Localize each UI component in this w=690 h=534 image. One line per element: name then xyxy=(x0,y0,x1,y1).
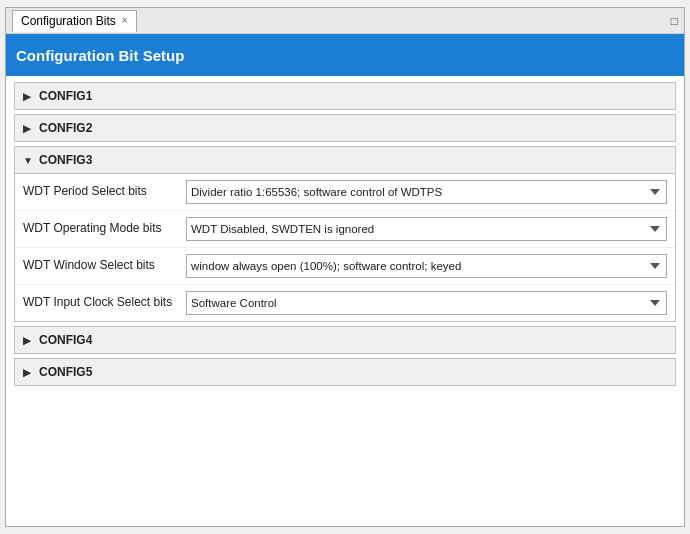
tab-label: Configuration Bits xyxy=(21,14,116,28)
config-bits-tab[interactable]: Configuration Bits × xyxy=(12,10,137,32)
content-area: ▶CONFIG1▶CONFIG2▼CONFIG3WDT Period Selec… xyxy=(6,76,684,526)
config-select-2-3[interactable]: Software Control xyxy=(186,291,667,315)
section-label-config1: CONFIG1 xyxy=(39,89,92,103)
section-label-config3: CONFIG3 xyxy=(39,153,92,167)
config-label-2-0: WDT Period Select bits xyxy=(23,184,178,200)
section-header-config4[interactable]: ▶CONFIG4 xyxy=(15,327,675,353)
config-select-2-1[interactable]: WDT Disabled, SWDTEN is ignored xyxy=(186,217,667,241)
section-header-config5[interactable]: ▶CONFIG5 xyxy=(15,359,675,385)
section-arrow-config4: ▶ xyxy=(23,335,33,346)
section-label-config2: CONFIG2 xyxy=(39,121,92,135)
config-label-2-3: WDT Input Clock Select bits xyxy=(23,295,178,311)
section-body-config3: WDT Period Select bitsDivider ratio 1:65… xyxy=(15,173,675,321)
main-window: Configuration Bits × □ Configuration Bit… xyxy=(5,7,685,527)
config-select-2-0[interactable]: Divider ratio 1:65536; software control … xyxy=(186,180,667,204)
config-row: WDT Period Select bitsDivider ratio 1:65… xyxy=(15,174,675,211)
section-label-config4: CONFIG4 xyxy=(39,333,92,347)
config-row: WDT Operating Mode bitsWDT Disabled, SWD… xyxy=(15,211,675,248)
config-row: WDT Window Select bitswindow always open… xyxy=(15,248,675,285)
config-select-2-2[interactable]: window always open (100%); software cont… xyxy=(186,254,667,278)
section-config5: ▶CONFIG5 xyxy=(14,358,676,386)
section-config3: ▼CONFIG3WDT Period Select bitsDivider ra… xyxy=(14,146,676,322)
section-arrow-config2: ▶ xyxy=(23,123,33,134)
tab-area: Configuration Bits × xyxy=(12,10,137,32)
config-label-2-2: WDT Window Select bits xyxy=(23,258,178,274)
section-arrow-config5: ▶ xyxy=(23,367,33,378)
config-label-2-1: WDT Operating Mode bits xyxy=(23,221,178,237)
section-header-config1[interactable]: ▶CONFIG1 xyxy=(15,83,675,109)
section-config2: ▶CONFIG2 xyxy=(14,114,676,142)
section-label-config5: CONFIG5 xyxy=(39,365,92,379)
header-title: Configuration Bit Setup xyxy=(16,47,184,64)
section-header-config2[interactable]: ▶CONFIG2 xyxy=(15,115,675,141)
section-config1: ▶CONFIG1 xyxy=(14,82,676,110)
header-bar: Configuration Bit Setup xyxy=(6,34,684,76)
minimize-button[interactable]: □ xyxy=(671,14,678,28)
title-bar: Configuration Bits × □ xyxy=(6,8,684,34)
config-row: WDT Input Clock Select bitsSoftware Cont… xyxy=(15,285,675,321)
section-arrow-config1: ▶ xyxy=(23,91,33,102)
tab-close-button[interactable]: × xyxy=(122,16,128,26)
section-arrow-config3: ▼ xyxy=(23,155,33,166)
section-header-config3[interactable]: ▼CONFIG3 xyxy=(15,147,675,173)
section-config4: ▶CONFIG4 xyxy=(14,326,676,354)
